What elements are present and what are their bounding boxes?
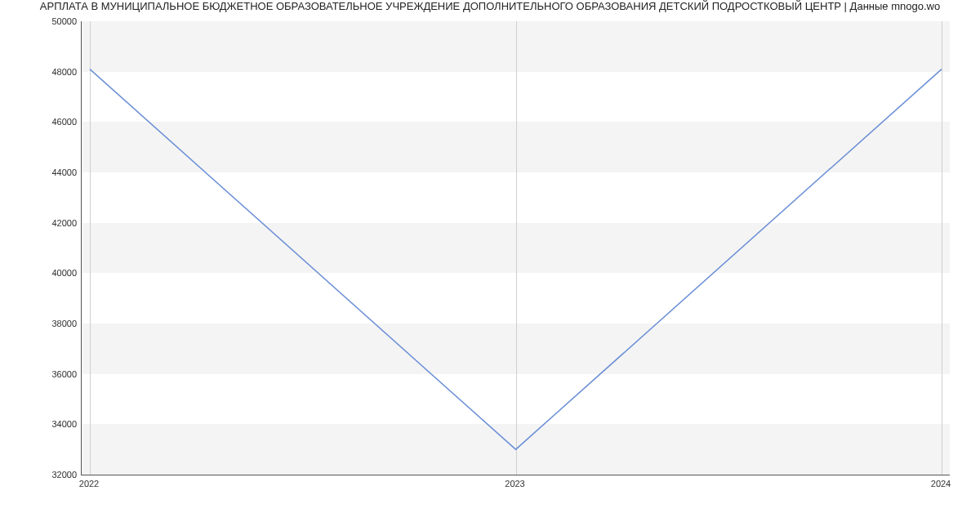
xtick-label: 2022: [79, 479, 99, 489]
ytick-label: 32000: [3, 470, 77, 480]
ytick-label: 46000: [3, 117, 77, 127]
series-line: [90, 69, 942, 450]
chart-container: АРПЛАТА В МУНИЦИПАЛЬНОЕ БЮДЖЕТНОЕ ОБРАЗО…: [0, 0, 980, 531]
ytick-label: 40000: [3, 268, 77, 278]
ytick-label: 36000: [3, 369, 77, 379]
ytick-label: 34000: [3, 419, 77, 429]
chart-title: АРПЛАТА В МУНИЦИПАЛЬНОЕ БЮДЖЕТНОЕ ОБРАЗО…: [0, 0, 980, 15]
ytick-label: 42000: [3, 218, 77, 228]
xtick-label: 2024: [931, 479, 951, 489]
ytick-label: 38000: [3, 319, 77, 328]
ytick-label: 50000: [3, 16, 77, 26]
xtick-label: 2023: [505, 479, 524, 489]
plot-area: [81, 21, 950, 475]
ytick-label: 44000: [3, 167, 77, 177]
ytick-label: 48000: [3, 67, 77, 77]
line-series-svg: [82, 21, 950, 475]
